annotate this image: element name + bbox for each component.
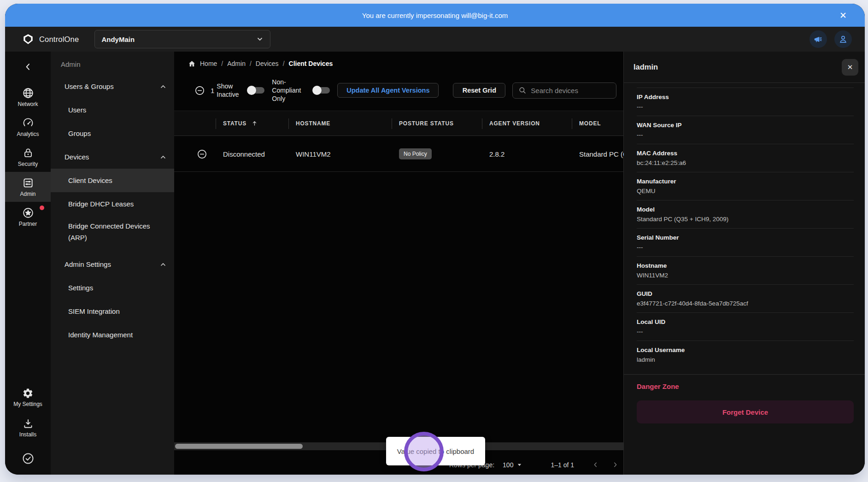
posture-badge: No Policy [399,148,432,159]
breadcrumb-current: Client Devices [289,60,333,67]
sidebar-item-devices[interactable]: Devices [51,145,174,169]
app-window: You are currently impersonating will@big… [5,4,865,475]
field-hostname: Hostname WIN11VM2 [637,257,854,285]
field-local-username: Local Username ladmin [637,341,854,369]
cell-agent-version: 2.8.2 [482,136,504,171]
field-manufacturer: Manufacturer QEMU [637,172,854,200]
lock-icon [22,147,34,159]
rail-item-status-check[interactable] [5,442,51,475]
column-header-status[interactable]: STATUS [216,111,258,135]
sort-ascending-icon [251,120,258,127]
device-detail-panel: ladmin ✕ IP Address --- WAN Source IP --… [624,52,865,475]
cell-status: Disconnected [216,136,265,171]
check-circle-icon [22,452,35,465]
caret-down-icon [517,462,522,467]
breadcrumb-admin[interactable]: Admin [227,60,246,67]
update-all-agents-button[interactable]: Update All Agent Versions [337,83,439,98]
sidebar-item-identity[interactable]: Identity Management [51,323,174,347]
reset-grid-button[interactable]: Reset Grid [453,83,505,98]
download-icon [22,417,34,429]
table-row[interactable]: Disconnected WIN11VM2 No Policy 2.8.2 St… [174,136,623,172]
rail-item-network[interactable]: Network [5,82,51,112]
brand-name: ControlOne [39,35,79,44]
non-compliant-toggle[interactable] [314,87,330,94]
sidebar-item-client-devices[interactable]: Client Devices [51,169,174,192]
sidebar-title: Admin [51,58,174,69]
deselect-all-icon[interactable] [194,85,205,96]
rail-item-installs[interactable]: Installs [5,412,51,442]
rail-item-admin[interactable]: Admin [5,172,51,202]
sidebar-item-siem[interactable]: SIEM Integration [51,300,174,323]
gear-icon [22,388,34,399]
chevron-up-icon [159,153,167,161]
show-inactive-toggle[interactable] [249,87,264,94]
chevron-down-icon [256,35,264,43]
org-selector[interactable]: AndyMain [94,30,270,48]
sidebar-item-bridge-connected[interactable]: Bridge Connected Devices (ARP) [51,216,174,248]
sidebar-item-settings[interactable]: Settings [51,276,174,300]
field-ip-address: IP Address --- [637,88,854,116]
user-icon [838,34,848,44]
search-placeholder: Search devices [531,87,578,94]
rail-item-security[interactable]: Security [5,142,51,172]
rail-item-analytics[interactable]: Analytics [5,112,51,142]
panel-header: ladmin ✕ [624,52,865,83]
banner-close-icon[interactable]: ✕ [835,7,851,23]
click-indicator [404,432,444,471]
previous-page-icon[interactable] [592,461,599,469]
field-guid: GUID e3f47721-c72f-40d4-8fda-5ea7db725ac… [637,285,854,313]
cell-posture: No Policy [392,136,432,171]
search-icon [518,86,527,94]
non-compliant-label: Non-Compliant Only [272,78,309,103]
danger-zone-title: Danger Zone [637,382,865,390]
cell-hostname: WIN11VM2 [288,136,331,171]
sidebar-item-admin-settings[interactable]: Admin Settings [51,253,174,276]
search-devices-input[interactable]: Search devices [512,82,616,99]
account-button[interactable] [834,30,852,48]
home-icon[interactable] [188,60,196,68]
sidebar-item-groups[interactable]: Groups [51,122,174,145]
rail-item-partner[interactable]: Partner [5,202,51,232]
icon-rail: Network Analytics Security Admin [5,52,51,475]
rows-per-page-select[interactable]: 100 [503,461,522,469]
cell-model: Standard PC (Q35 + ICH9, 2009) [572,136,624,171]
panel-title: ladmin [633,63,658,71]
field-serial-number: Serial Number --- [637,229,854,257]
sidebar-item-bridge-dhcp[interactable]: Bridge DHCP Leases [51,192,174,216]
pagination-range: 1–1 of 1 [551,461,574,469]
top-nav: ControlOne AndyMain [5,27,865,52]
org-selector-value: AndyMain [101,35,135,43]
rail-item-my-settings[interactable]: My Settings [5,382,51,412]
notification-dot [40,206,44,210]
admin-sliders-icon [22,177,34,189]
collapse-sidebar-button[interactable] [5,52,51,82]
table-header: STATUS HOSTNAME POSTURE STATUS AGENT VER… [174,111,623,136]
sidebar-item-users[interactable]: Users [51,98,174,122]
next-page-icon[interactable] [611,461,619,469]
gauge-icon [22,117,34,129]
controlone-logo-icon [22,33,34,45]
scrollbar-thumb[interactable] [175,444,303,449]
column-header-hostname[interactable]: HOSTNAME [288,111,330,135]
forget-device-button[interactable]: Forget Device [637,400,854,423]
impersonation-banner-text: You are currently impersonating will@big… [362,12,508,19]
chevron-up-icon [159,261,167,268]
toolbar: 1 Show Inactive Non-Compliant Only Updat… [174,83,623,98]
column-header-posture[interactable]: POSTURE STATUS [392,111,454,135]
column-header-agent-version[interactable]: AGENT VERSION [482,111,540,135]
field-wan-source-ip: WAN Source IP --- [637,116,854,144]
field-model: Model Standard PC (Q35 + ICH9, 2009) [637,200,854,229]
breadcrumb-devices[interactable]: Devices [256,60,279,67]
admin-sidebar: Admin Users & Groups Users Groups Device… [51,52,174,475]
breadcrumb-home[interactable]: Home [200,60,217,67]
announcements-button[interactable] [809,30,827,48]
megaphone-icon [814,35,823,44]
main-content: Home / Admin / Devices / Client Devices … [174,52,624,475]
column-header-model[interactable]: MODEL [572,111,601,135]
sidebar-item-users-groups[interactable]: Users & Groups [51,75,174,98]
panel-close-button[interactable]: ✕ [842,59,858,76]
chevron-up-icon [159,83,167,90]
brand: ControlOne [22,33,79,45]
row-deselect-icon[interactable] [189,136,207,171]
globe-icon [22,87,34,99]
